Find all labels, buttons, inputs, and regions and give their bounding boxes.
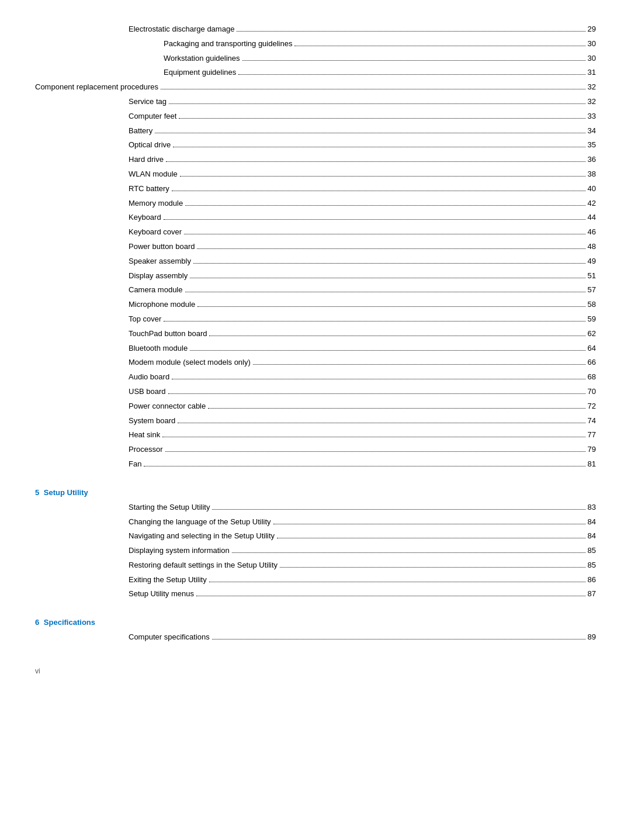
- component-item-dots-15: [164, 321, 585, 322]
- toc-container: Electrostatic discharge damage 29 Packag…: [35, 23, 596, 644]
- component-item-21: Power connector cable 72: [35, 400, 596, 413]
- section5-item-dots-3: [232, 552, 585, 553]
- section5-item-dots-0: [212, 509, 585, 510]
- component-item-text-10: Power button board: [129, 241, 195, 253]
- component-item-2: Battery 34: [35, 125, 596, 137]
- component-item-text-11: Speaker assembly: [129, 255, 191, 268]
- section5-item-3: Displaying system information 85: [35, 545, 596, 557]
- section6-label: Specifications: [44, 618, 95, 627]
- component-item-page-15: 59: [588, 313, 596, 326]
- component-item-text-9: Keyboard cover: [129, 226, 182, 238]
- component-item-dots-18: [253, 364, 585, 365]
- section5-item-page-2: 84: [588, 530, 596, 542]
- section5-item-dots-2: [277, 538, 585, 538]
- component-item-dots-22: [178, 423, 585, 423]
- component-item-text-3: Optical drive: [129, 139, 171, 151]
- section6-item-page-0: 89: [588, 631, 596, 644]
- section5-item-dots-5: [209, 582, 585, 582]
- section5-item-6: Setup Utility menus 87: [35, 588, 596, 600]
- section5-link[interactable]: 5 Setup Utility: [35, 488, 88, 497]
- section5-items-block: Starting the Setup Utility 83 Changing t…: [35, 502, 596, 601]
- section5-item-text-3: Displaying system information: [129, 545, 230, 557]
- component-item-page-25: 81: [588, 458, 596, 471]
- component-item-18: Modem module (select models only) 66: [35, 357, 596, 369]
- section5-item-text-0: Starting the Setup Utility: [129, 502, 210, 514]
- section5-number: 5: [35, 488, 39, 497]
- component-item-dots-24: [165, 451, 585, 452]
- component-item-dots-10: [197, 248, 585, 249]
- component-item-dots-5: [180, 176, 585, 177]
- top-entry-1: Packaging and transporting guidelines 30: [35, 38, 596, 50]
- component-item-text-8: Keyboard: [129, 212, 161, 224]
- section6-items-block: Computer specifications 89: [35, 631, 596, 644]
- component-item-22: System board 74: [35, 415, 596, 427]
- component-item-page-1: 33: [588, 110, 596, 123]
- component-item-4: Hard drive 36: [35, 154, 596, 166]
- section6-header: 6 Specifications: [35, 618, 596, 627]
- component-item-page-5: 38: [588, 168, 596, 181]
- section5-item-page-6: 87: [588, 588, 596, 600]
- component-section-dots: [161, 89, 585, 89]
- section6-item-dots-0: [212, 639, 585, 639]
- component-item-17: Bluetooth module 64: [35, 343, 596, 355]
- section6-item-text-0: Computer specifications: [129, 631, 210, 644]
- component-item-24: Processor 79: [35, 444, 596, 456]
- section6-link[interactable]: 6 Specifications: [35, 618, 95, 627]
- component-item-text-7: Memory module: [129, 198, 183, 210]
- section5-item-text-6: Setup Utility menus: [129, 588, 194, 600]
- component-item-7: Memory module 42: [35, 198, 596, 210]
- top-entry-text-2: Workstation guidelines: [164, 53, 240, 65]
- component-item-16: TouchPad button board 62: [35, 328, 596, 340]
- component-item-text-4: Hard drive: [129, 154, 164, 166]
- top-entry-0: Electrostatic discharge damage 29: [35, 23, 596, 36]
- component-item-dots-17: [190, 350, 585, 351]
- section5-label: Setup Utility: [44, 488, 88, 497]
- top-entry-dots-1: [294, 46, 585, 46]
- component-item-dots-6: [172, 191, 585, 191]
- top-entry-dots-2: [242, 60, 585, 61]
- component-item-text-16: TouchPad button board: [129, 328, 207, 340]
- component-item-page-8: 44: [588, 212, 596, 224]
- section5-item-page-3: 85: [588, 545, 596, 557]
- component-item-dots-20: [168, 393, 585, 394]
- component-item-14: Microphone module 58: [35, 299, 596, 311]
- component-item-dots-19: [172, 379, 585, 379]
- component-item-10: Power button board 48: [35, 241, 596, 253]
- top-entries-block: Electrostatic discharge damage 29 Packag…: [35, 23, 596, 79]
- top-entry-dots-3: [238, 74, 585, 75]
- component-item-text-20: USB board: [129, 386, 166, 398]
- component-item-text-19: Audio board: [129, 371, 169, 383]
- component-item-3: Optical drive 35: [35, 139, 596, 151]
- component-item-page-18: 66: [588, 357, 596, 369]
- component-item-13: Camera module 57: [35, 284, 596, 296]
- component-item-text-24: Processor: [129, 444, 163, 456]
- component-item-page-24: 79: [588, 444, 596, 456]
- component-item-25: Fan 81: [35, 458, 596, 471]
- section5-item-1: Changing the language of the Setup Utili…: [35, 516, 596, 528]
- component-item-page-13: 57: [588, 284, 596, 296]
- component-item-15: Top cover 59: [35, 313, 596, 326]
- component-item-0: Service tag 32: [35, 96, 596, 108]
- component-item-1: Computer feet 33: [35, 110, 596, 123]
- component-item-page-21: 72: [588, 400, 596, 413]
- component-item-page-23: 77: [588, 429, 596, 441]
- component-item-dots-1: [179, 118, 585, 119]
- component-item-text-23: Heat sink: [129, 429, 160, 441]
- component-item-dots-23: [162, 437, 585, 437]
- top-entry-page-0: 29: [588, 23, 596, 36]
- component-item-dots-21: [208, 408, 585, 409]
- component-item-dots-3: [173, 147, 585, 147]
- section5-item-dots-6: [196, 596, 585, 596]
- component-item-page-6: 40: [588, 183, 596, 195]
- section5-item-text-1: Changing the language of the Setup Utili…: [129, 516, 271, 528]
- component-section-page: 32: [588, 81, 596, 94]
- component-item-page-20: 70: [588, 386, 596, 398]
- component-item-dots-11: [193, 263, 585, 264]
- component-item-page-10: 48: [588, 241, 596, 253]
- top-entry-page-1: 30: [588, 38, 596, 50]
- component-item-page-11: 49: [588, 255, 596, 268]
- component-item-6: RTC battery 40: [35, 183, 596, 195]
- component-item-page-16: 62: [588, 328, 596, 340]
- section5-item-page-0: 83: [588, 502, 596, 514]
- component-item-19: Audio board 68: [35, 371, 596, 383]
